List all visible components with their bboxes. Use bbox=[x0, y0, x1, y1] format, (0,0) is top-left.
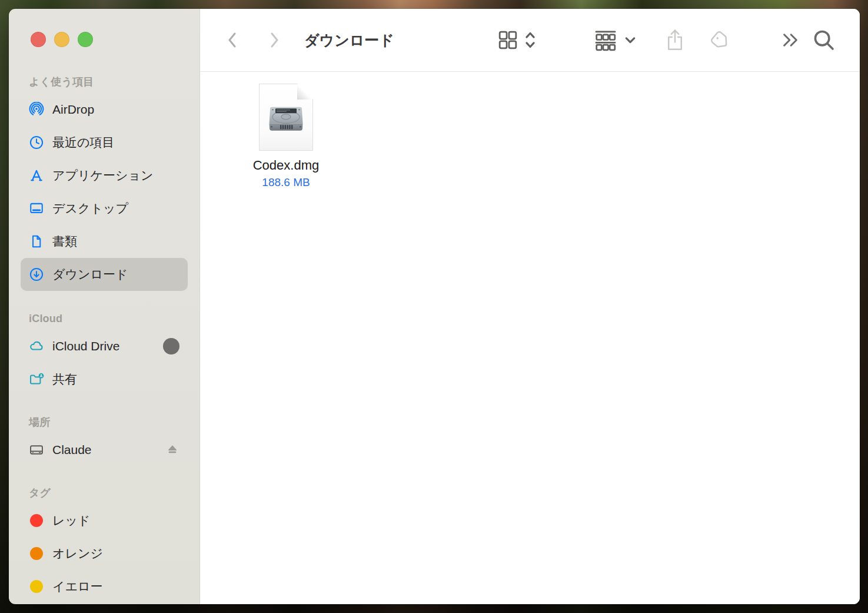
tag-icon[interactable] bbox=[707, 28, 732, 52]
external-drive-icon bbox=[29, 442, 44, 458]
sidebar-item-tag-red[interactable]: レッド bbox=[21, 504, 188, 537]
share-icon[interactable] bbox=[665, 27, 685, 53]
icloud-icon bbox=[29, 339, 44, 354]
sidebar-item-airdrop[interactable]: AirDrop bbox=[21, 93, 188, 126]
more-toolbar-items-icon[interactable] bbox=[781, 31, 799, 49]
dmg-disk-image-icon bbox=[259, 84, 313, 151]
sidebar-item-desktop[interactable]: デスクトップ bbox=[21, 192, 188, 225]
forward-button[interactable] bbox=[267, 30, 282, 50]
sidebar-item-downloads[interactable]: ダウンロード bbox=[21, 258, 188, 291]
sidebar-section-icloud: iCloud bbox=[29, 312, 199, 325]
search-icon[interactable] bbox=[812, 28, 836, 52]
sidebar-item-label: Claude bbox=[52, 443, 92, 457]
minimize-button[interactable] bbox=[54, 32, 69, 47]
clock-icon bbox=[29, 135, 44, 150]
sidebar-item-recents[interactable]: 最近の項目 bbox=[21, 126, 188, 159]
download-icon bbox=[29, 267, 44, 282]
sidebar-section-locations: 場所 bbox=[29, 416, 199, 429]
finder-window: よく使う項目 AirDrop bbox=[9, 9, 860, 604]
shared-folder-icon bbox=[29, 372, 44, 387]
airdrop-icon bbox=[29, 102, 44, 117]
finder-sidebar: よく使う項目 AirDrop bbox=[9, 9, 200, 604]
sidebar-item-label: AirDrop bbox=[52, 102, 94, 117]
sidebar-item-applications[interactable]: アプリケーション bbox=[21, 159, 188, 192]
desktop-icon bbox=[29, 201, 44, 216]
document-icon bbox=[29, 234, 44, 249]
sync-status-circle bbox=[163, 338, 179, 354]
sidebar-section-favorites: よく使う項目 bbox=[29, 75, 199, 88]
sidebar-section-tags: タグ bbox=[29, 486, 199, 499]
close-button[interactable] bbox=[31, 32, 46, 47]
appstore-icon bbox=[29, 168, 44, 183]
sidebar-item-icloud-drive[interactable]: iCloud Drive bbox=[21, 330, 188, 363]
file-size: 188.6 MB bbox=[239, 176, 333, 189]
red-tag-dot-icon bbox=[30, 514, 43, 527]
sidebar-item-label: デスクトップ bbox=[52, 200, 128, 217]
desktop-wallpaper: よく使う項目 AirDrop bbox=[0, 0, 868, 613]
window-controls bbox=[9, 9, 199, 47]
group-by-icon[interactable] bbox=[593, 29, 618, 51]
eject-button[interactable] bbox=[165, 443, 179, 457]
view-mode-stepper-icon[interactable] bbox=[524, 30, 537, 50]
chevron-down-icon bbox=[624, 34, 637, 47]
sidebar-item-label: オレンジ bbox=[52, 545, 103, 562]
sidebar-item-label: 最近の項目 bbox=[52, 134, 115, 151]
window-title: ダウンロード bbox=[304, 31, 394, 50]
file-name: Codex.dmg bbox=[239, 158, 333, 173]
orange-tag-dot-icon bbox=[30, 547, 43, 560]
sidebar-item-label: レッド bbox=[52, 512, 90, 529]
zoom-button[interactable] bbox=[78, 32, 93, 47]
back-button[interactable] bbox=[225, 30, 240, 50]
sidebar-item-documents[interactable]: 書類 bbox=[21, 225, 188, 258]
finder-toolbar: ダウンロード bbox=[200, 9, 860, 72]
sidebar-item-label: アプリケーション bbox=[52, 167, 153, 184]
sidebar-item-label: iCloud Drive bbox=[52, 339, 119, 353]
sidebar-item-tag-yellow[interactable]: イエロー bbox=[21, 570, 188, 603]
sidebar-item-label: 書類 bbox=[52, 233, 77, 250]
sidebar-item-label: 共有 bbox=[52, 371, 77, 387]
sidebar-item-shared[interactable]: 共有 bbox=[21, 363, 188, 396]
file-item-codex-dmg[interactable]: Codex.dmg 188.6 MB bbox=[239, 84, 333, 189]
sidebar-item-claude-volume[interactable]: Claude bbox=[21, 433, 188, 466]
yellow-tag-dot-icon bbox=[30, 580, 43, 593]
sidebar-item-tag-orange[interactable]: オレンジ bbox=[21, 537, 188, 570]
file-browser-content: Codex.dmg 188.6 MB bbox=[200, 72, 860, 604]
sidebar-item-label: ダウンロード bbox=[52, 266, 128, 283]
sidebar-item-label: イエロー bbox=[52, 578, 102, 595]
view-mode-icon[interactable] bbox=[497, 29, 518, 51]
